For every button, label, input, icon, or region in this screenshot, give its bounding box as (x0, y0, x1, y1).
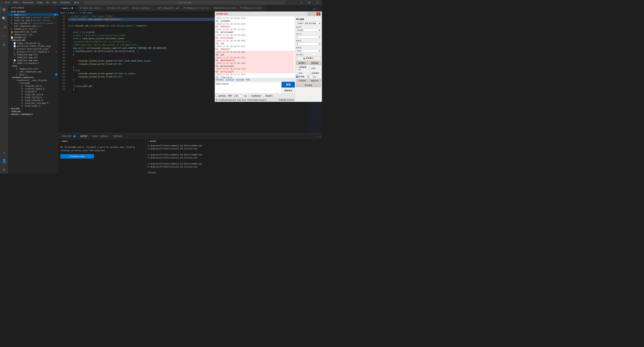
open-editor-esp-system-h[interactable]: H esp_system.h C:\Espressif\framewor... (8, 22, 58, 25)
settings-icon[interactable]: ⚙ (216, 99, 218, 101)
output-body[interactable]: C:\Espressif\tools\cmake\3.24.0\bin\cmak… (146, 143, 322, 173)
tab-idf-component[interactable]: ! idf_component.yml (153, 5, 182, 11)
file-template-elf[interactable]: ⚡ template-app.elf (8, 56, 58, 59)
menu-edit[interactable]: Edit (13, 1, 19, 4)
tab-cmakelists-root[interactable]: M CMakeLists.txt \ (238, 5, 265, 11)
rts-checkbox[interactable] (296, 72, 298, 74)
file-project-elf[interactable]: C project_elf_src_esp32s3.c (8, 50, 58, 53)
close-tab-button[interactable]: ✕ (75, 7, 76, 9)
multi-send-tab[interactable]: 多条发送 (226, 78, 234, 81)
timestamp-interval-input[interactable] (308, 76, 312, 78)
outline-header[interactable]: ▸ OUTLINE (8, 107, 58, 110)
activity-explorer[interactable]: ⎘ (0, 6, 8, 14)
open-editor-tusb-cdc-acm-h[interactable]: H tusb_cdc_acm.h managed_compone... (8, 19, 58, 22)
more-actions-icon[interactable]: ··· (316, 8, 321, 11)
open-editors-header[interactable]: ▾ OPEN EDITORS (8, 10, 58, 13)
close-tab-icon[interactable]: ✕ (53, 16, 54, 19)
protocol-send-tab[interactable]: 协议传输 (236, 78, 244, 81)
menu-view[interactable]: View (37, 1, 43, 4)
tab-main-c[interactable]: C main.c ✕ (58, 5, 78, 11)
file-tusb-config[interactable]: H tusb_config.h (8, 96, 58, 99)
single-send-tab[interactable]: 单条发送 (216, 78, 224, 81)
maximize-button[interactable]: ⧉ (306, 0, 312, 5)
sidebar-more[interactable]: ··· (50, 6, 55, 9)
xcom-send-input[interactable]: 123srtyuio (215, 82, 282, 93)
hex-display-checkbox[interactable] (296, 67, 298, 69)
panel-close-icon[interactable]: ✕ (319, 135, 321, 138)
activity-account[interactable]: 👤 (0, 157, 8, 165)
tab-cmakelists-main[interactable]: M CMakeLists.txt main (182, 5, 212, 11)
close-tab-icon[interactable]: ✕ (57, 13, 58, 16)
close-port-button[interactable]: ◉ 关闭串口 (296, 56, 321, 60)
stop-select[interactable]: 1 (296, 35, 321, 38)
port-select[interactable]: COM14: USB 串行设备 (296, 22, 321, 25)
open-editor-dependencies[interactable]: 🔒 dependencies.lock (8, 30, 58, 33)
file-tusb-console[interactable]: H tusb_console.h (8, 99, 58, 102)
tab-terminal[interactable]: TERMINAL (111, 134, 124, 138)
tab-tusb-cdc-acm-h[interactable]: H tusb_cdc_acm.h (106, 5, 131, 11)
dtr-checkbox[interactable] (309, 67, 311, 69)
file-cmakelists-main2[interactable]: M CMakeLists.txt (8, 67, 58, 70)
open-file-button[interactable]: 打开文件 (296, 79, 308, 82)
activity-settings[interactable]: ⚙ (0, 165, 8, 173)
file-idf-component-yml[interactable]: ! idf_component.yml (8, 70, 58, 73)
xcom-close-button[interactable]: ✕ (316, 12, 320, 15)
stop-send-button[interactable]: 停止发送 (296, 83, 321, 87)
auto-save-checkbox[interactable] (309, 72, 311, 74)
menu-selection[interactable]: Selection (22, 1, 34, 4)
open-editor-cmakelists-root[interactable]: M CMakeLists.txt \ (8, 33, 58, 36)
file-x509[interactable]: S x509_crt_bundle.S (8, 62, 58, 64)
tab-tusb-cdc-acm-c[interactable]: C tusb_cdc_acm.c ✕ (78, 5, 106, 11)
activity-search[interactable]: 🔍 (0, 14, 8, 22)
close-tab-button[interactable]: ✕ (102, 7, 104, 9)
open-editor-readme[interactable]: 📄 README.md (8, 36, 58, 39)
xcom-restore-button[interactable]: □ (312, 12, 316, 15)
restore-button[interactable]: ❐ (298, 0, 304, 5)
split-editor-icon[interactable]: ⧉ (314, 8, 315, 11)
tab-output[interactable]: OUTPUT (78, 134, 90, 138)
open-editor-cmakelists-main[interactable]: M CMakeLists.txt main (8, 27, 58, 30)
file-tusb-cdc-acm-h[interactable]: H tusb_cdc_acm.h (8, 93, 58, 96)
menu-run[interactable]: Run (52, 1, 57, 4)
managed-components-header[interactable]: ▾ managed_components (8, 76, 58, 79)
file-ldgen[interactable]: 📄 ldgen_libraries.in (8, 42, 58, 44)
file-tinyusb-types[interactable]: H tinyusb_types.h (8, 87, 58, 90)
file-tinyusb[interactable]: H tinyusb.h (8, 90, 58, 93)
help-tab[interactable]: 帮助 (246, 78, 250, 81)
file-partition[interactable]: 📄 partition-table-flash_args (8, 44, 58, 47)
file-tusb-tasks[interactable]: H tusb_tasks.h (8, 104, 58, 107)
timeline-header[interactable]: ▸ TIMELINE (8, 110, 58, 113)
minimize-button[interactable]: — (290, 0, 296, 5)
template-app-header[interactable]: ▾ TEMPLATE-APP (8, 39, 58, 42)
close-button[interactable]: ✕ (314, 0, 321, 5)
open-editor-main-c[interactable]: C main.c main 2 ✕ (8, 13, 58, 16)
interval-input[interactable] (234, 95, 242, 97)
hex-send-checkbox[interactable] (249, 94, 251, 97)
activity-source-control[interactable]: ⎇ (0, 23, 8, 31)
timestamp-checkbox[interactable] (296, 76, 298, 78)
menu-help[interactable]: Help (74, 1, 80, 4)
activity-remote[interactable]: ☁ (0, 148, 8, 156)
menu-file[interactable]: File (4, 1, 10, 4)
file-project-desc[interactable]: {} project_description.json (8, 47, 58, 50)
main-folder-header[interactable]: ▾ main (8, 64, 58, 67)
baud-select[interactable]: 115200 (296, 29, 321, 32)
data-bits-select[interactable]: 8 (296, 42, 321, 45)
xcom-clear-send-button[interactable]: 清除发送 (282, 87, 295, 93)
tab-problems[interactable]: PROBLEMS 2 (60, 134, 78, 138)
xcom-minimize-button[interactable]: — (308, 12, 312, 15)
timer-send-checkbox[interactable] (216, 94, 218, 97)
project-components-header[interactable]: ▸ PROJECT COMPONENTS (8, 113, 58, 116)
menu-go[interactable]: Go (46, 1, 49, 4)
tab-debug-console[interactable]: DEBUG CONSOLE (90, 134, 110, 138)
open-editor-idf-component[interactable]: ! idf_component.yml main (8, 25, 58, 27)
parity-select[interactable]: None (296, 49, 321, 52)
menu-terminal[interactable]: Terminal (60, 1, 71, 4)
folder-include[interactable]: ▾ include (8, 82, 58, 84)
folder-espressif-tinyusb[interactable]: ▾ espressif__esp_tinyusb (8, 79, 58, 82)
clear-receive-button[interactable]: 清除接收 (309, 61, 321, 65)
tab-esp-system-h[interactable]: H esp_system.h (131, 5, 153, 11)
send-file-button[interactable]: 发送文件 (309, 79, 321, 82)
activity-extensions[interactable]: ⊞ (0, 40, 8, 49)
file-main-c-tree[interactable]: C main.c 2 (8, 73, 58, 76)
